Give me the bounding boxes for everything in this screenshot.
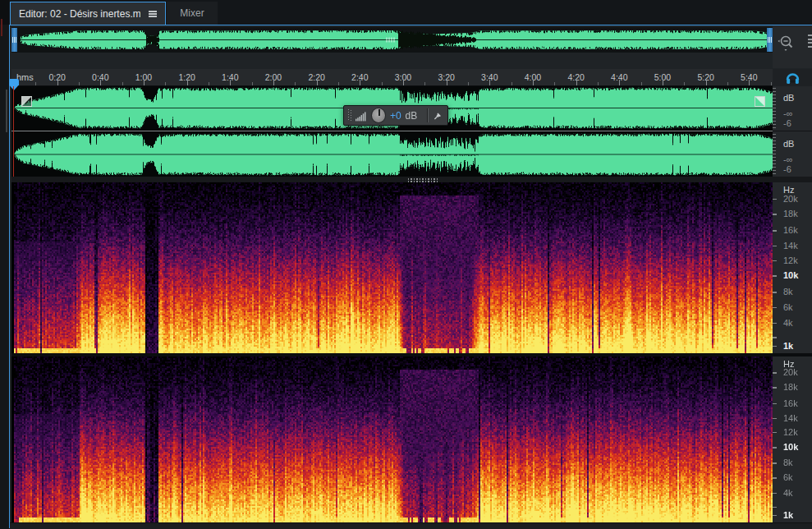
ruler-tick-minor (165, 82, 166, 85)
hz-scale-label: 12k (783, 427, 798, 437)
hz-scale-label: 10k (783, 270, 798, 280)
mixer-tab-label: Mixer (180, 7, 204, 19)
hz-scale-rail-1[interactable]: Hz20k18k16k14k12k10k8k6k4k1k (773, 182, 812, 353)
ruler-tick-minor (382, 82, 383, 85)
waveform-panel[interactable] (11, 86, 773, 177)
gain-hud[interactable]: +0 dB (343, 105, 448, 126)
headphones-icon[interactable] (786, 71, 800, 85)
ruler-tick-minor (79, 82, 80, 85)
hz-scale-tick (773, 515, 777, 517)
gain-unit-label: dB (406, 110, 418, 122)
ruler-tick-major (533, 80, 534, 85)
ruler-tick-major (489, 80, 490, 85)
left-edge-red-mark (1, 19, 2, 36)
ruler-tick-minor (641, 82, 642, 85)
hz-scale-label: 1k (783, 341, 793, 351)
level-meter-icon[interactable] (356, 110, 368, 122)
hz-scale-tick (773, 403, 777, 405)
hz-scale-tick (773, 292, 777, 293)
ruler-tick-minor (512, 82, 512, 85)
gain-knob[interactable] (371, 108, 386, 123)
editor-tab-label: Editor: 02 - Désirs inertes.mp3 (19, 8, 140, 20)
hz-scale-tick (773, 260, 777, 262)
ruler-tick-minor (554, 82, 555, 85)
waveform-channel-right[interactable] (14, 132, 773, 177)
ruler-tick-major (706, 80, 707, 85)
ruler-tick-major (187, 80, 188, 85)
ruler-tick-major (663, 80, 663, 85)
hz-scale-tick (773, 507, 777, 508)
ruler-tick-minor (468, 82, 469, 85)
hz-scale-rail-2[interactable]: Hz20k18k16k14k12k10k8k6k4k1k (773, 356, 812, 522)
hz-scale-tick (773, 418, 777, 420)
hz-scale-tick (773, 246, 777, 247)
hz-scale-label: 14k (783, 241, 798, 251)
db-scale-rail[interactable]: dB-∞-6 dB-∞-6 (773, 86, 812, 177)
spectrogram-panel-right[interactable] (11, 356, 773, 522)
hz-scale-label: 6k (783, 472, 793, 482)
ruler-tick-major (273, 80, 274, 85)
audition-editor-window: Editor: 02 - Désirs inertes.mp3 Mixer hm… (0, 0, 812, 529)
ruler-tick-minor (727, 82, 728, 85)
overview-range-handle-right[interactable] (767, 28, 773, 52)
pin-hud-icon[interactable] (433, 110, 443, 122)
grip-dashes-icon (768, 37, 772, 43)
ruler-tick-minor (598, 82, 599, 85)
rail-separator (773, 131, 812, 131)
hz-scale-tick (773, 323, 777, 324)
panel-splitter[interactable] (11, 177, 812, 182)
hz-scale-tick (773, 493, 777, 494)
hz-scale-tick (773, 432, 777, 434)
hz-scale-tick (773, 307, 777, 309)
hz-scale-tick (773, 230, 777, 232)
db-scale-label: dB (783, 139, 794, 149)
ruler-tick-minor (338, 82, 339, 85)
timeline-ruler[interactable]: hms 0:200:401:001:201:402:002:202:403:00… (11, 69, 773, 86)
hz-scale-label: 4k (783, 488, 793, 498)
hz-scale-tick (773, 337, 777, 338)
hz-scale-tick (773, 447, 777, 448)
ruler-tick-minor (122, 82, 123, 85)
overview-waveform-canvas[interactable] (17, 29, 767, 51)
tab-editor[interactable]: Editor: 02 - Désirs inertes.mp3 (10, 2, 166, 25)
panel-focus-border-left (9, 25, 10, 528)
hud-separator (427, 108, 429, 122)
hz-scale-tick (773, 462, 777, 464)
ruler-tick-major (317, 80, 318, 85)
panel-menu-icon[interactable] (149, 11, 157, 12)
rail-toolbar (773, 25, 812, 68)
list-icon[interactable] (808, 34, 812, 49)
gain-value[interactable]: +0 (390, 110, 401, 122)
knob-pointer (378, 109, 380, 116)
spectrogram-panel-left[interactable] (11, 182, 773, 353)
ruler-tick-minor (295, 82, 296, 85)
hud-drag-grip[interactable] (348, 109, 351, 122)
ruler-tick-minor (209, 82, 209, 85)
db-scale-label: -6 (783, 164, 791, 174)
panel-focus-border-top (9, 25, 812, 25)
hz-scale-label: 1k (783, 510, 793, 520)
overview-navigator[interactable] (11, 27, 773, 53)
hz-scale-label: 18k (783, 209, 798, 218)
fade-in-handle[interactable] (21, 96, 32, 107)
ruler-tick-minor (771, 82, 772, 85)
hz-scale-tick (773, 372, 777, 374)
overview-range-handle-left[interactable] (11, 28, 17, 52)
hz-scale-tick (773, 346, 777, 347)
spectrogram-channel-left[interactable] (14, 182, 773, 353)
left-edge-grey-mark (6, 90, 7, 132)
tab-mixer[interactable]: Mixer (167, 2, 218, 25)
ruler-tick-minor (684, 82, 685, 85)
hz-scale-label: 12k (783, 255, 798, 265)
zoom-out-full-icon[interactable] (778, 34, 797, 53)
spectrogram-channel-right[interactable] (14, 356, 773, 522)
hz-scale-tick (773, 387, 777, 389)
hz-scale-label: 6k (783, 302, 793, 312)
bottom-edge (10, 522, 812, 529)
ruler-tick-major (57, 80, 58, 85)
hz-scale-label: 10k (783, 442, 798, 452)
ruler-tick-major (619, 80, 620, 85)
fade-out-handle[interactable] (755, 96, 765, 107)
ruler-tick-major (100, 80, 101, 85)
tab-bar: Editor: 02 - Désirs inertes.mp3 Mixer (0, 0, 812, 25)
